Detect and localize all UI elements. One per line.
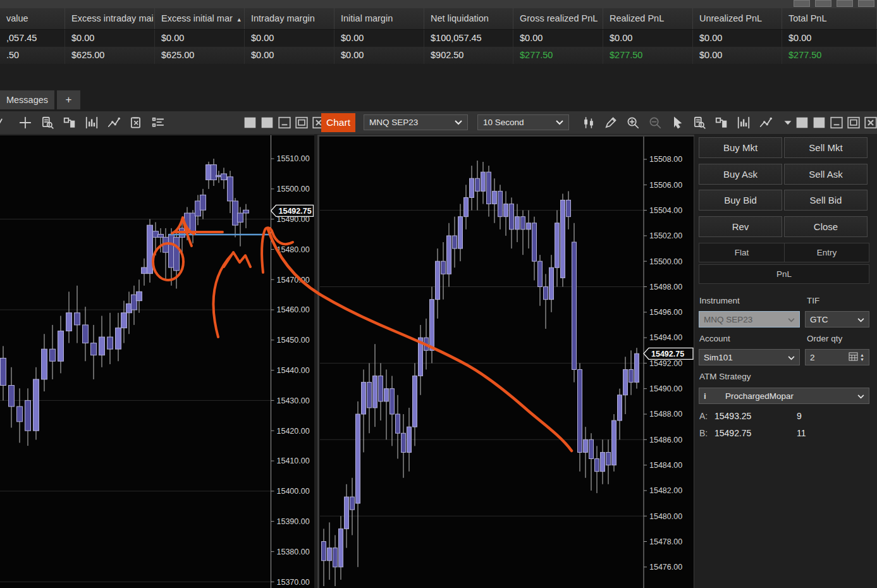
sell-ask-button[interactable]: Sell Ask <box>784 164 868 185</box>
bid-price-value: 15492.75 <box>714 428 797 438</box>
square-filled-icon[interactable] <box>261 116 274 130</box>
column-header[interactable]: Excess initial mar▲ <box>155 8 245 29</box>
win-max-icon[interactable] <box>295 116 309 130</box>
rev-button[interactable]: Rev <box>699 216 782 237</box>
price-tick-label: 15400.00 <box>277 487 310 496</box>
column-header[interactable]: Unrealized PnL <box>693 8 782 29</box>
calculator-icon[interactable] <box>849 352 858 363</box>
candles-icon[interactable] <box>582 116 596 130</box>
account-select[interactable]: Sim101 <box>699 349 800 365</box>
column-header[interactable]: Gross realized PnL <box>513 8 603 29</box>
titlebar-window-button[interactable] <box>858 0 874 7</box>
column-header[interactable]: Excess intraday mai <box>65 8 155 29</box>
win-min-icon[interactable] <box>830 116 843 130</box>
table-cell: $0.00 <box>155 30 245 47</box>
last-price-label: 15492.75 <box>279 207 312 216</box>
atm-strategy-select[interactable]: i ProchargedMopar <box>699 388 869 404</box>
chart-box-icon[interactable] <box>737 116 751 130</box>
square-filled-icon[interactable] <box>795 116 809 130</box>
right-chart-canvas[interactable]: 15508.0015506.0015504.0015502.0015500.00… <box>319 137 694 588</box>
price-tick-label: 15470.00 <box>277 276 310 285</box>
pnl-button[interactable]: PnL <box>699 264 869 284</box>
flat-button[interactable]: Flat <box>699 243 785 262</box>
doc-search-icon[interactable] <box>40 116 54 130</box>
win-min-icon[interactable] <box>278 116 291 130</box>
price-tick-label: 15420.00 <box>277 427 310 436</box>
price-tick-label: 15500.00 <box>277 185 310 193</box>
instrument-label: Instrument <box>699 296 740 305</box>
close-button[interactable]: Close <box>784 216 868 237</box>
info-icon[interactable]: i <box>704 391 725 401</box>
sell-mkt-button[interactable]: Sell Mkt <box>784 137 868 158</box>
tab-chart[interactable]: Chart <box>321 113 355 132</box>
order-qty-input[interactable]: 2 ▲ ▼ <box>805 349 869 365</box>
table-cell: $0.00 <box>334 47 424 64</box>
table-row[interactable]: ,057.45$0.00$0.00$0.00$0.00$100,057.45$0… <box>0 30 877 47</box>
chevron-down-icon <box>857 391 864 401</box>
price-tick-label: 15496.00 <box>649 308 682 317</box>
table-cell: $277.50 <box>782 47 877 64</box>
chevron-down-small-icon[interactable] <box>781 116 795 130</box>
tif-select[interactable]: GTC <box>805 311 869 328</box>
column-header[interactable]: Realized PnL <box>603 8 693 29</box>
column-header[interactable]: value <box>0 8 65 29</box>
window-link-icon[interactable] <box>63 116 77 130</box>
quantity-stepper[interactable]: ▲ ▼ <box>860 353 864 362</box>
chart-box-icon[interactable] <box>85 116 99 130</box>
sell-bid-button[interactable]: Sell Bid <box>784 190 868 211</box>
column-header[interactable]: Net liquidation <box>424 8 513 29</box>
chart-instrument-dropdown[interactable]: MNQ SEP23 <box>364 114 468 130</box>
clipboard-x-icon[interactable] <box>129 116 143 130</box>
left-chart-canvas[interactable]: 15510.0015500.0015490.0015480.0015470.00… <box>0 135 314 588</box>
plus-icon[interactable] <box>18 116 32 130</box>
buy-mkt-button[interactable]: Buy Mkt <box>699 137 782 158</box>
candles-series <box>322 161 639 586</box>
price-tick-label: 15492.00 <box>649 359 682 368</box>
price-tick-label: 15494.00 <box>649 333 682 342</box>
column-header[interactable]: Total PnL <box>782 8 877 29</box>
tab-messages[interactable]: Messages <box>0 90 54 109</box>
pencil-icon[interactable] <box>604 116 618 130</box>
stepper-down-icon[interactable]: ▼ <box>860 357 864 362</box>
instrument-select[interactable]: MNQ SEP23 <box>699 311 800 328</box>
table-row[interactable]: .50$625.00$625.00$0.00$0.00$902.50$277.5… <box>0 47 877 64</box>
zigzag-nodes-icon[interactable] <box>759 116 773 130</box>
table-cell: $0.00 <box>603 30 693 47</box>
cursor-icon[interactable] <box>670 116 684 130</box>
price-tick-label: 15480.00 <box>649 512 682 521</box>
column-header[interactable]: Initial margin <box>334 8 424 29</box>
chevron-down-icon <box>857 315 864 324</box>
trading-platform-window: valueExcess intraday maiExcess initial m… <box>0 0 877 588</box>
price-tick-label: 15502.00 <box>649 231 682 240</box>
price-tick-label: 15508.00 <box>649 155 682 164</box>
price-tick-label: 15500.00 <box>649 257 682 266</box>
titlebar-window-button[interactable] <box>794 0 810 7</box>
buy-ask-button[interactable]: Buy Ask <box>699 164 782 185</box>
accounts-table-header: valueExcess intraday maiExcess initial m… <box>0 8 877 30</box>
square-filled-icon[interactable] <box>813 116 826 130</box>
win-max-icon[interactable] <box>847 116 861 130</box>
titlebar-window-button[interactable] <box>815 0 831 7</box>
table-cell: $0.00 <box>65 30 155 47</box>
square-filled-icon[interactable] <box>243 116 257 130</box>
add-tab-button[interactable]: + <box>57 90 80 109</box>
column-header[interactable]: Intraday margin <box>245 8 334 29</box>
price-tick-label: 15410.00 <box>277 456 310 465</box>
list-check-icon[interactable] <box>151 116 165 130</box>
buy-bid-button[interactable]: Buy Bid <box>699 190 782 211</box>
zoom-out-icon[interactable] <box>648 116 662 130</box>
window-link-icon[interactable] <box>714 116 728 130</box>
atm-strategy-value: ProchargedMopar <box>725 391 794 401</box>
account-label: Account <box>699 334 730 343</box>
tab-strip: Messages + <box>0 90 877 110</box>
zigzag-nodes-icon[interactable] <box>107 116 121 130</box>
chart-interval-dropdown[interactable]: 10 Second <box>477 114 569 130</box>
win-close-icon[interactable] <box>864 116 877 130</box>
zoom-in-icon[interactable] <box>626 116 640 130</box>
titlebar-window-button[interactable] <box>837 0 853 7</box>
entry-button[interactable]: Entry <box>784 243 869 262</box>
price-tick-label: 15498.00 <box>649 283 682 291</box>
doc-search-icon[interactable] <box>692 116 706 130</box>
edge-partial-icon[interactable] <box>0 116 10 130</box>
stepper-up-icon[interactable]: ▲ <box>860 353 864 357</box>
